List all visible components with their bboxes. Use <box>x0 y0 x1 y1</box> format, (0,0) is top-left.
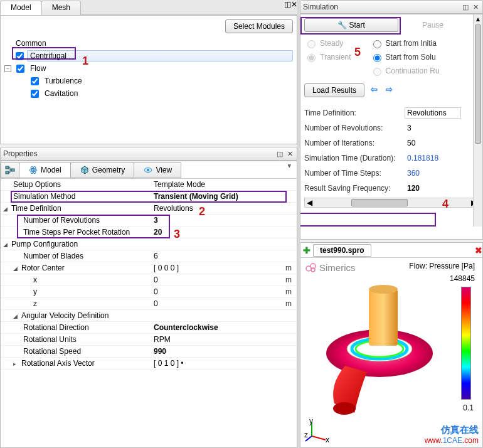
tree-label: Cavitation <box>42 88 80 99</box>
expander-icon[interactable]: ◢ <box>13 265 19 271</box>
annotation-3: 3 <box>174 228 180 241</box>
module-tree: Common Centrifugal − Flow Turbulence <box>3 35 294 102</box>
tab-model-props[interactable]: Model <box>19 162 71 178</box>
close-icon[interactable]: ✕ <box>471 3 480 11</box>
label-num-steps: Number of Time Steps: <box>304 169 405 178</box>
tab-model[interactable]: Model <box>0 1 42 15</box>
cube-icon <box>80 165 90 175</box>
select-modules-button[interactable]: Select Modules <box>225 19 293 33</box>
svg-point-6 <box>33 169 34 171</box>
tree-item-turbulence[interactable]: Turbulence <box>4 75 293 87</box>
prop-row-num-blades[interactable]: Number of Blades 6 <box>1 250 297 262</box>
label-num-iter: Number of Iterations: <box>304 139 405 147</box>
pin-icon[interactable]: ◫ <box>275 149 284 158</box>
viz-tab[interactable]: test990.spro <box>313 244 371 257</box>
close-viz-button[interactable]: ✖ <box>475 245 482 255</box>
prop-row-y[interactable]: y 0 m <box>1 286 297 298</box>
close-icon[interactable]: ✕ <box>285 149 294 158</box>
prop-row-rot-axis[interactable]: ▸Rotational Axis Vector [ 0 1 0 ] • <box>1 358 297 370</box>
prop-row-z[interactable]: z 0 m <box>1 298 297 310</box>
prop-row-rot-speed[interactable]: Rotational Speed 990 <box>1 346 297 358</box>
prev-result-button[interactable]: ⇦ <box>368 85 380 95</box>
close-icon[interactable]: ✕ <box>291 0 297 14</box>
annotation-5: 5 <box>354 46 361 59</box>
input-save-freq[interactable]: 120 <box>405 183 455 194</box>
svg-rect-1 <box>6 171 9 174</box>
annotation-1: 1 <box>82 55 88 68</box>
horizontal-scrollbar[interactable]: ◀ ▶ <box>304 198 479 208</box>
tree-item-common[interactable]: Common <box>4 37 293 50</box>
radio-continuation: Continuation Ru <box>370 66 440 76</box>
svg-point-8 <box>147 169 149 171</box>
prop-row-rotor-center[interactable]: ◢Rotor Center [ 0 0 0 ] m <box>1 262 297 274</box>
radio-start-from-solution[interactable]: Start from Solu <box>370 52 440 62</box>
svg-rect-2 <box>11 169 14 171</box>
prop-row-ang-vel[interactable]: ◢Angular Velocity Definition <box>1 310 297 322</box>
label-time-def: Time Definition: <box>304 109 405 117</box>
collapse-icon[interactable]: − <box>4 65 11 72</box>
prop-row-tspr[interactable]: Time Steps Per Pocket Rotation 20 <box>1 227 297 238</box>
load-results-button[interactable]: Load Results <box>304 83 364 97</box>
label-sim-time: Simulation Time (Duration): <box>304 154 405 163</box>
tab-mesh[interactable]: Mesh <box>41 1 81 15</box>
run-icon: 🔧 <box>337 21 347 29</box>
start-button[interactable]: 🔧 Start <box>304 18 398 32</box>
prop-row-pump-config[interactable]: ◢Pump Configuration <box>1 238 297 250</box>
prop-row-sim-method[interactable]: Simulation Method Transient (Moving Grid… <box>1 191 297 203</box>
simulation-panel: 🔧 Start Pause Steady Transient <box>300 14 483 240</box>
tree-view-button[interactable] <box>1 162 19 178</box>
radio-input <box>307 54 316 62</box>
annotation-4: 4 <box>442 198 449 211</box>
pin-icon[interactable]: ◫ <box>284 0 291 14</box>
svg-line-20 <box>312 436 326 440</box>
legend-max: 148845 <box>450 274 475 283</box>
prop-row-setup-options[interactable]: Setup Options Template Mode ▾ <box>1 179 297 191</box>
next-result-button[interactable]: ⇨ <box>383 85 395 95</box>
svg-point-18 <box>369 285 398 294</box>
tree-item-cavitation[interactable]: Cavitation <box>4 87 293 100</box>
properties-title: Properties <box>3 149 275 158</box>
legend-title: Flow: Pressure [Pa] <box>409 262 475 270</box>
tree-label: Turbulence <box>42 76 85 86</box>
atom-icon <box>28 165 38 175</box>
simulation-title: Simulation <box>303 3 461 11</box>
svg-rect-17 <box>369 289 398 346</box>
prop-row-time-def[interactable]: ◢Time Definition Revolutions ▾ <box>1 203 297 215</box>
pin-icon[interactable]: ◫ <box>461 3 470 11</box>
checkbox-turbulence[interactable] <box>31 77 39 85</box>
expander-icon[interactable]: ◢ <box>3 242 9 247</box>
expander-icon[interactable]: ◢ <box>3 206 9 211</box>
radio-input[interactable] <box>373 54 381 62</box>
vertical-scrollbar[interactable]: ▴ <box>473 14 482 227</box>
checkbox-flow[interactable] <box>16 65 24 73</box>
checkbox-centrifugal[interactable] <box>16 52 24 60</box>
viz-canvas[interactable]: Simerics Flow: Pressure [Pa] 148845 0.1 <box>300 258 482 447</box>
simerics-logo: Simerics <box>305 262 356 273</box>
prop-row-x[interactable]: x 0 m <box>1 274 297 286</box>
tab-view[interactable]: View <box>134 162 181 178</box>
value-num-steps: 360 <box>405 168 455 179</box>
prop-row-rot-units[interactable]: Rotational Units RPM ▾ <box>1 334 297 346</box>
svg-text:y: y <box>309 419 313 425</box>
checkbox-cavitation[interactable] <box>31 90 39 98</box>
label-save-freq: Result Saving Frequency: <box>304 184 405 193</box>
expander-icon[interactable]: ◢ <box>13 313 19 319</box>
tree-label: Centrifugal <box>27 50 293 61</box>
expander-icon[interactable]: ▸ <box>13 361 19 366</box>
watermark: 仿真在线 www.1CAE.com <box>425 424 479 445</box>
add-tab-button[interactable]: ✚ <box>303 245 310 255</box>
tab-label: Geometry <box>92 166 125 174</box>
tree-item-centrifugal[interactable]: Centrifugal <box>4 50 293 62</box>
tree-icon <box>5 165 15 175</box>
radio-input[interactable] <box>373 40 381 48</box>
prop-row-rot-dir[interactable]: Rotational Direction Counterclockwise ▾ <box>1 322 297 334</box>
radio-start-from-initial[interactable]: Start from Initia <box>370 38 440 48</box>
tree-label: Flow <box>28 63 48 73</box>
input-num-revs[interactable]: 3 <box>405 122 455 134</box>
label-num-revs: Number of Revolutions: <box>304 124 405 132</box>
tree-item-flow[interactable]: − Flow <box>4 62 293 75</box>
prop-row-num-revs[interactable]: Number of Revolutions 3 <box>1 215 297 227</box>
input-num-iter[interactable]: 50 <box>405 137 455 149</box>
tab-geometry[interactable]: Geometry <box>70 162 135 178</box>
dropdown-time-def[interactable]: Revolutions <box>405 107 461 119</box>
